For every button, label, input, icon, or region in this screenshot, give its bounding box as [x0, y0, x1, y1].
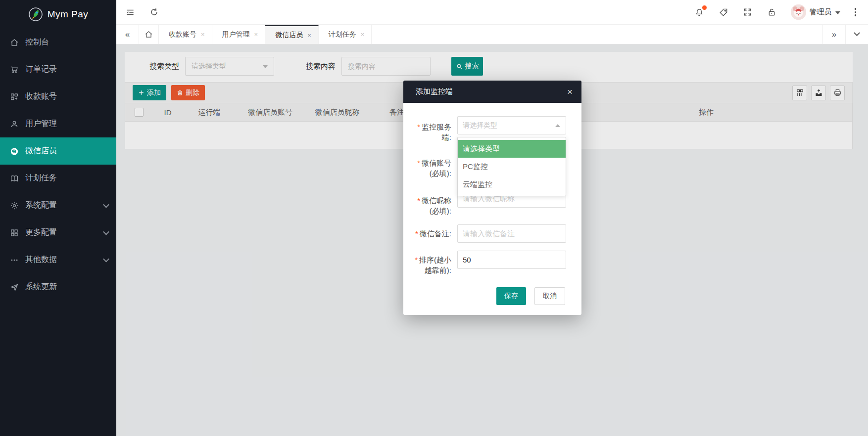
tag-icon[interactable]	[718, 7, 729, 18]
tab-users[interactable]: 用户管理 ×	[212, 25, 266, 44]
sort-order-input[interactable]	[457, 251, 566, 269]
tabbar-spacer	[372, 25, 822, 44]
sidebar-menu: 控制台 订单记录 收款账号 用户管理	[0, 29, 116, 301]
caret-down-icon	[835, 11, 840, 14]
fullscreen-icon[interactable]	[742, 7, 753, 18]
close-icon[interactable]: ×	[567, 87, 573, 96]
navbar-right: 管理员	[694, 4, 858, 20]
home-icon	[10, 38, 19, 47]
sidebar-item-console[interactable]: 控制台	[0, 29, 116, 56]
app-title: Mym Pay	[48, 9, 89, 20]
sidebar-item-system-config[interactable]: 系统配置	[0, 192, 116, 219]
tabs-menu-button[interactable]	[845, 25, 868, 44]
close-icon[interactable]: ×	[201, 31, 205, 38]
username: 管理员	[810, 7, 832, 17]
modal-header: 添加监控端 ×	[403, 81, 581, 103]
tab-bar: « 收款账号 × 用户管理 × 微信店员 × 计划任务 × »	[116, 25, 868, 44]
close-icon[interactable]: ×	[254, 31, 258, 38]
tabs-scroll-right-button[interactable]: »	[822, 25, 845, 44]
bell-icon[interactable]	[694, 7, 705, 18]
field-label-monitor-server: *监控服务 端:	[408, 122, 451, 142]
sidebar-item-system-update[interactable]: 系统更新	[0, 273, 116, 301]
notification-dot	[702, 5, 707, 10]
tabs-scroll-left-button[interactable]: «	[116, 25, 139, 44]
caret-up-icon	[555, 124, 560, 127]
chevron-down-icon	[103, 201, 109, 208]
sidebar-item-other-data[interactable]: 其他数据	[0, 246, 116, 273]
grid-icon	[10, 228, 19, 237]
dots-icon	[10, 256, 19, 264]
send-icon	[10, 283, 19, 292]
monitor-server-select[interactable]: 请选择类型	[457, 116, 566, 134]
main-area: 管理员 « 收款账号 × 用户管理 × 微信店员 ×	[116, 0, 868, 436]
field-label-sort-order: *排序(越小 越靠前):	[408, 255, 451, 275]
refresh-icon[interactable]	[148, 7, 159, 18]
cancel-button[interactable]: 取消	[534, 287, 565, 305]
cart-icon	[10, 65, 19, 74]
app-logo: Mym Pay	[0, 0, 116, 29]
tab-scheduled-tasks[interactable]: 计划任务 ×	[319, 25, 372, 44]
sidebar-item-orders[interactable]: 订单记录	[0, 56, 116, 83]
menu-collapse-icon[interactable]	[125, 7, 136, 18]
content-area: 搜索类型 请选择类型 搜索内容 搜索 添加	[116, 44, 868, 436]
tab-home[interactable]	[139, 25, 159, 44]
chevron-down-icon	[103, 256, 109, 262]
dropdown-option-cloud-monitor[interactable]: 云端监控	[458, 175, 566, 193]
close-icon[interactable]: ×	[307, 32, 311, 39]
dropdown-option-pc-monitor[interactable]: PC监控	[458, 158, 566, 175]
sidebar: Mym Pay 控制台 订单记录 收款账号	[0, 0, 116, 436]
top-navbar: 管理员	[116, 0, 868, 25]
sidebar-item-users[interactable]: 用户管理	[0, 110, 116, 137]
dropdown-option-placeholder[interactable]: 请选择类型	[458, 140, 566, 158]
field-label-wechat-remark: *微信备注:	[408, 228, 451, 239]
field-label-wechat-nickname: *微信昵称 (必填):	[408, 195, 451, 216]
more-vertical-icon[interactable]	[854, 7, 858, 17]
sidebar-item-accounts[interactable]: 收款账号	[0, 83, 116, 110]
sidebar-item-more-config[interactable]: 更多配置	[0, 219, 116, 246]
wechat-remark-input[interactable]	[457, 224, 566, 243]
user-icon	[10, 120, 19, 129]
tab-wechat-clerk[interactable]: 微信店员 ×	[265, 25, 319, 44]
monitor-server-dropdown: 请选择类型 PC监控 云端监控	[457, 137, 566, 196]
save-button[interactable]: 保存	[496, 287, 526, 305]
sidebar-item-wechat-clerk[interactable]: 微信店员	[0, 137, 116, 165]
app-root: Mym Pay 控制台 订单记录 收款账号	[0, 0, 868, 436]
book-icon	[10, 174, 19, 183]
tab-accounts[interactable]: 收款账号 ×	[159, 25, 212, 44]
rocket-logo-icon	[28, 7, 43, 22]
unlock-icon[interactable]	[767, 7, 777, 18]
user-menu[interactable]: 管理员	[791, 4, 840, 20]
gear-icon	[10, 201, 19, 210]
sidebar-item-tasks[interactable]: 计划任务	[0, 165, 116, 192]
close-icon[interactable]: ×	[361, 31, 365, 38]
modal-body: *监控服务 端: 请选择类型 *微信账号 (必填): *微信昵称 (必填):	[403, 103, 581, 315]
modal-title: 添加监控端	[416, 87, 453, 96]
accounts-icon	[10, 92, 19, 101]
avatar	[791, 4, 806, 20]
chevron-down-icon	[103, 228, 109, 235]
field-label-wechat-account: *微信账号 (必填):	[408, 158, 451, 178]
wechat-icon	[10, 147, 19, 156]
add-monitor-modal: 添加监控端 × *监控服务 端: 请选择类型 *微信账号 (必填):	[403, 81, 581, 315]
